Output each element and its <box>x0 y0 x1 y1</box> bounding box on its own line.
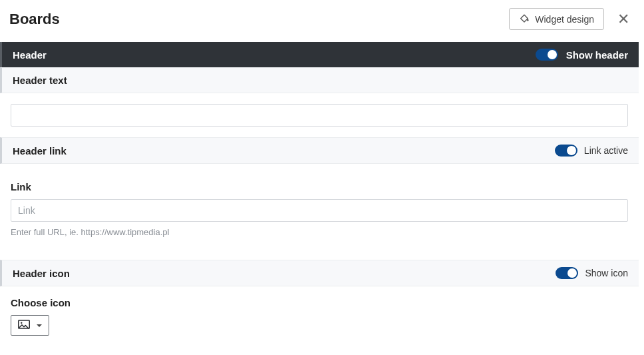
show-icon-toggle[interactable] <box>556 267 578 279</box>
topbar: Boards Widget design ✕ <box>0 0 639 42</box>
header-text-input[interactable] <box>11 104 628 127</box>
widget-design-button[interactable]: Widget design <box>509 8 604 30</box>
show-icon-label: Show icon <box>585 268 628 278</box>
paint-bucket-icon <box>519 13 530 25</box>
choose-icon-button[interactable] <box>11 315 49 336</box>
link-hint: Enter full URL, ie. https://www.tipmedia… <box>11 227 628 237</box>
header-icon-body: Choose icon <box>0 286 639 346</box>
top-right: Widget design ✕ <box>509 8 629 30</box>
close-icon[interactable]: ✕ <box>617 12 629 27</box>
widget-design-label: Widget design <box>535 14 594 25</box>
link-field-label: Link <box>11 181 628 192</box>
choose-icon-label: Choose icon <box>11 297 628 308</box>
page-title: Boards <box>9 11 60 28</box>
header-link-body: Link Enter full URL, ie. https://www.tip… <box>0 164 639 248</box>
section-header: Header Show header <box>0 42 639 67</box>
header-link-right: Link active <box>555 145 628 157</box>
header-link-title: Header link <box>13 145 67 157</box>
section-header-title: Header <box>13 49 47 61</box>
header-icon-right: Show icon <box>556 267 628 279</box>
header-text-title: Header text <box>13 75 67 86</box>
header-icon-title: Header icon <box>13 268 70 279</box>
section-header-link: Header link Link active <box>0 137 639 164</box>
show-header-toggle[interactable] <box>536 49 558 61</box>
link-input[interactable] <box>11 199 628 222</box>
chevron-down-icon <box>37 324 42 327</box>
header-text-body <box>0 93 639 137</box>
section-header-right: Show header <box>536 49 628 61</box>
svg-point-1 <box>21 322 22 324</box>
image-icon <box>18 320 30 331</box>
show-header-label: Show header <box>566 49 628 61</box>
link-active-label: Link active <box>584 145 628 156</box>
link-active-toggle[interactable] <box>555 145 577 157</box>
section-header-icon: Header icon Show icon <box>0 260 639 286</box>
section-header-text: Header text <box>0 67 639 93</box>
